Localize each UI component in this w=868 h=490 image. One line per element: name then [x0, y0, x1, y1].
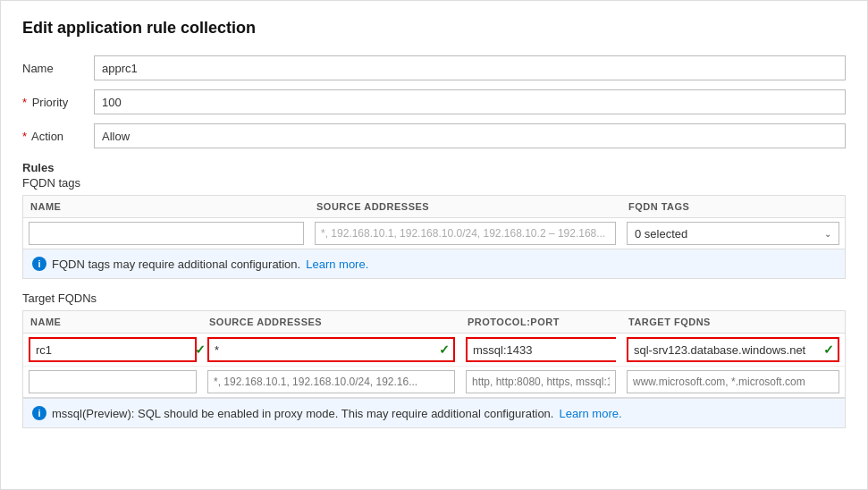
action-required: * [22, 130, 27, 143]
fqdn-tags-row1-name-input[interactable] [29, 222, 304, 245]
fqdn-tags-label: FQDN tags [22, 176, 846, 190]
target-fqdns-row1-source-cell: ✓ [202, 334, 460, 366]
source-check-icon: ✓ [435, 342, 453, 357]
priority-required: * [22, 96, 27, 109]
priority-row: * Priority [22, 89, 846, 114]
target-fqdns-row1-fqdns-wrapper: ✓ [627, 337, 839, 362]
target-fqdns-row1-name-wrapper: ✓ [29, 337, 197, 362]
page-container: Edit application rule collection Name * … [0, 0, 868, 490]
fqdn-tags-header-row: NAME SOURCE ADDRESSES FQDN TAGS [23, 196, 845, 218]
fqdn-tags-row1-source-cell: *, 192.168.10.1, 192.168.10.0/24, 192.16… [309, 218, 621, 249]
priority-input[interactable] [94, 89, 846, 114]
target-fqdns-fqdns-header: TARGET FQDNS [621, 317, 845, 327]
target-fqdns-row1-name-input[interactable] [30, 339, 191, 360]
fqdn-tags-row1-source-display[interactable]: *, 192.168.10.1, 192.168.10.0/24, 192.16… [315, 222, 616, 245]
action-label: * Action [22, 130, 94, 143]
target-fqdns-row1-protocol-wrapper: ✓ [466, 337, 616, 362]
target-fqdns-row1-protocol-cell: ✓ [460, 334, 621, 366]
target-fqdns-label: Target FQDNs [22, 291, 846, 305]
target-fqdns-row2-name-input[interactable] [29, 370, 197, 393]
action-input[interactable] [94, 123, 846, 148]
target-fqdns-row1-fqdns-input[interactable] [628, 339, 820, 360]
fqdns-check-icon: ✓ [820, 342, 838, 357]
target-fqdns-row1-fqdns-cell: ✓ [621, 334, 845, 366]
target-fqdns-learn-more-link[interactable]: Learn more. [559, 407, 621, 420]
target-fqdns-row2-fqdns-cell [621, 367, 845, 397]
target-fqdns-row1-source-wrapper: ✓ [207, 337, 455, 362]
target-fqdns-row1-name-cell: ✓ [23, 334, 202, 366]
fqdn-tags-info-icon: i [32, 257, 46, 271]
target-fqdns-protocol-header: PROTOCOL:PORT [460, 317, 621, 327]
fqdn-tags-name-header: NAME [23, 201, 309, 212]
fqdn-tags-row1-name-cell [23, 218, 309, 249]
action-row: * Action [22, 123, 846, 148]
target-fqdns-info-icon: i [32, 406, 46, 420]
target-fqdns-row1-protocol-input[interactable] [468, 339, 628, 360]
target-fqdns-row1-source-input[interactable] [209, 339, 435, 360]
fqdn-tags-row1-fqdntags-cell: 0 selected ⌄ [621, 218, 845, 249]
target-fqdns-row2-source-cell [202, 367, 460, 397]
chevron-down-icon: ⌄ [824, 229, 831, 239]
target-fqdns-header-row: NAME SOURCE ADDRESSES PROTOCOL:PORT TARG… [23, 311, 845, 334]
fqdn-tags-learn-more-link[interactable]: Learn more. [306, 258, 368, 271]
target-fqdns-row-1: ✓ ✓ ✓ ✓ [23, 334, 845, 367]
target-fqdns-row2-name-cell [23, 367, 202, 397]
fqdn-tags-row-1: *, 192.168.10.1, 192.168.10.0/24, 192.16… [23, 218, 845, 249]
target-fqdns-source-header: SOURCE ADDRESSES [202, 317, 460, 327]
fqdn-tags-info-bar: i FQDN tags may require additional confi… [22, 249, 846, 279]
name-row: Name [22, 55, 846, 80]
fqdn-tags-table: NAME SOURCE ADDRESSES FQDN TAGS *, 192.1… [22, 195, 846, 249]
target-fqdns-info-bar: i mssql(Preview): SQL should be enabled … [22, 398, 846, 428]
name-input[interactable] [94, 55, 846, 80]
target-fqdns-row-2 [23, 367, 845, 397]
target-fqdns-row2-protocol-input[interactable] [466, 370, 616, 393]
fqdn-tags-fqdntags-header: FQDN TAGS [621, 201, 845, 212]
fqdn-tags-row1-dropdown[interactable]: 0 selected ⌄ [627, 222, 839, 245]
page-title: Edit application rule collection [22, 19, 846, 38]
fqdn-tags-info-text: FQDN tags may require additional configu… [52, 258, 300, 271]
target-fqdns-table: NAME SOURCE ADDRESSES PROTOCOL:PORT TARG… [22, 310, 846, 398]
target-fqdns-row2-fqdns-input[interactable] [627, 370, 839, 393]
priority-label: * Priority [22, 96, 94, 109]
target-fqdns-info-text: mssql(Preview): SQL should be enabled in… [52, 407, 553, 420]
fqdn-tags-selected-text: 0 selected [635, 227, 687, 241]
target-fqdns-name-header: NAME [23, 317, 202, 327]
rules-label: Rules [22, 161, 846, 174]
target-fqdns-row2-protocol-cell [460, 367, 621, 397]
name-label: Name [22, 62, 94, 75]
target-fqdns-row2-source-input[interactable] [207, 370, 455, 393]
fqdn-tags-source-header: SOURCE ADDRESSES [309, 201, 621, 212]
